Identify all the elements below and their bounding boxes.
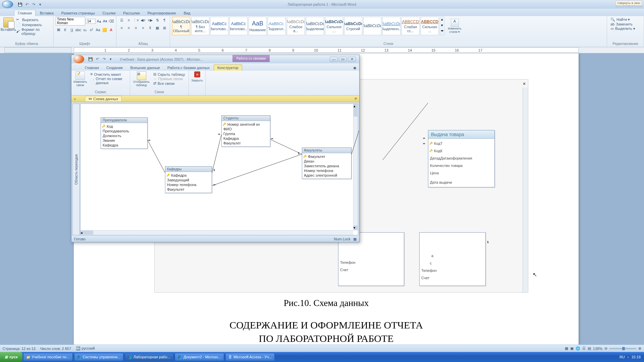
replace-button[interactable]: abЗаменить <box>610 22 640 26</box>
italic-icon[interactable]: К <box>62 26 68 33</box>
tab-refs[interactable]: Ссылки <box>99 10 119 16</box>
cut-button[interactable]: ✂Вырезать <box>16 17 50 22</box>
borders-icon[interactable]: ⊞ <box>161 24 168 31</box>
access-restore-button[interactable]: ▭ <box>339 57 347 62</box>
close-relations-button[interactable]: ✕ Закрыть <box>191 71 203 82</box>
multilevel-icon[interactable]: ⋮≡ <box>133 17 139 23</box>
status-page[interactable]: Страница: 12 из 13 <box>3 347 36 351</box>
tab-view[interactable]: Вид <box>180 10 194 16</box>
tab-home[interactable]: Главная <box>14 10 36 16</box>
schema-hscroll[interactable]: ◂ <box>80 230 353 235</box>
showmarks-icon[interactable]: ¶ <box>161 17 168 23</box>
taskbar-item-2[interactable]: 📘 Системы управлени... <box>74 353 123 361</box>
tab-layout[interactable]: Разметка страницы <box>58 10 98 16</box>
system-tray[interactable]: RU ‹ 15:18 <box>620 355 644 359</box>
show-table-button[interactable]: ⊞ Отобразить таблицу <box>132 71 151 87</box>
taskbar-item-4[interactable]: 📘 Документ2 - Microso... <box>175 353 224 361</box>
direct-rel-button[interactable]: ↔Прямые связи <box>153 77 185 81</box>
all-rel-button[interactable]: ⇄Все связи <box>153 81 185 85</box>
tab-insert[interactable]: Вставка <box>37 10 57 16</box>
taskbar-item-1[interactable]: 📁 Учебное пособие по... <box>23 353 73 361</box>
schema-tab-close-icon[interactable]: ✕ <box>352 97 359 101</box>
view-web-icon[interactable]: 🌐 <box>576 346 580 351</box>
edit-relations-button[interactable]: 📝 Изменить связи <box>73 71 87 87</box>
atab-design[interactable]: Конструктор <box>214 64 242 71</box>
undo-icon[interactable]: ↶ <box>24 1 30 7</box>
access-save-icon[interactable]: 💾 <box>88 56 94 62</box>
status-lang[interactable]: 🔤 русский <box>76 346 95 351</box>
bullets-icon[interactable]: ☰ <box>118 17 125 23</box>
zoom-value[interactable]: 138% <box>593 347 602 351</box>
change-styles-button[interactable]: A Изменить стили ▾ <box>445 17 464 35</box>
font-size-combo[interactable]: 14 <box>86 19 96 24</box>
strike-icon[interactable]: abc <box>75 26 82 33</box>
access-view-icon[interactable]: ▦ <box>353 237 357 241</box>
align-left-icon[interactable]: ≡ <box>118 24 125 31</box>
subscript-icon[interactable]: x₂ <box>82 26 88 33</box>
grow-font-icon[interactable]: A▴ <box>96 18 102 24</box>
shrink-font-icon[interactable]: A▾ <box>102 18 108 24</box>
view-draft-icon[interactable]: ▤ <box>588 346 591 351</box>
font-color-icon[interactable]: A <box>108 26 114 33</box>
find-button[interactable]: 🔍Найти ▾ <box>610 17 640 22</box>
view-outline-icon[interactable]: ☰ <box>582 346 586 351</box>
table-stud[interactable]: Студенты Номер зачетной кн ФИО Группа Ка… <box>221 115 270 147</box>
access-undo-icon[interactable]: ↶ <box>94 56 100 62</box>
align-center-icon[interactable]: ≡ <box>125 24 132 31</box>
bold-icon[interactable]: Ж <box>56 26 62 33</box>
zoom-in-icon[interactable]: ⊕ <box>638 346 641 351</box>
horizontal-ruler[interactable]: 1234567891011121314151617 <box>0 47 644 53</box>
indent-right-icon[interactable]: ≡▶ <box>147 17 153 23</box>
atab-home[interactable]: Главная <box>82 65 102 71</box>
table-fak[interactable]: Факультеты Факультет Декан Заместитель д… <box>302 147 352 179</box>
superscript-icon[interactable]: x² <box>89 26 95 33</box>
start-button[interactable]: ⊞пуск <box>0 352 22 362</box>
access-redo-icon[interactable]: ↷ <box>101 56 107 62</box>
redo-icon[interactable]: ↷ <box>31 1 37 7</box>
shading-icon[interactable]: ▦ <box>154 24 160 31</box>
access-minimize-button[interactable]: — <box>330 57 338 62</box>
schema-tab[interactable]: ⋈ Схема данных <box>85 96 122 102</box>
zoom-out-icon[interactable]: ⊖ <box>604 346 607 351</box>
schema-canvas[interactable]: ▴▾ ◂ Преподаватели Код Преподаватель Дол… <box>80 104 358 235</box>
underline-icon[interactable]: Ч <box>69 26 75 33</box>
sort-icon[interactable]: ⇅ <box>154 17 160 23</box>
zoom-slider[interactable] <box>609 348 636 349</box>
indent-left-icon[interactable]: ◀≡ <box>140 17 146 23</box>
font-name-combo[interactable]: Times New Roman <box>56 17 85 25</box>
highlight-icon[interactable]: 🟨 <box>102 26 108 33</box>
taskbar-item-5[interactable]: 🗄 Microsoft Access - Уч... <box>225 353 275 361</box>
minimize-ribbon-tip[interactable]: Свернуть в окно <box>616 1 642 5</box>
save-icon[interactable]: 💾 <box>17 1 23 7</box>
atab-create[interactable]: Создание <box>103 65 126 71</box>
clear-layout-button[interactable]: ✕Очистить макет <box>90 72 126 76</box>
access-qat-more-icon[interactable]: ▾ <box>108 56 114 62</box>
table-kaf[interactable]: Кафедры Кафедра Заведующий Номер телефон… <box>165 166 212 193</box>
align-justify-icon[interactable]: ≡ <box>140 24 146 31</box>
clear-format-icon[interactable]: ⌫ <box>109 18 114 24</box>
office-button[interactable] <box>2 1 13 8</box>
taskbar-item-3[interactable]: 📘 Лабораторная рабо... <box>125 353 173 361</box>
table-prep[interactable]: Преподаватели Код Преподаватель Должност… <box>101 117 148 149</box>
align-right-icon[interactable]: ≡ <box>133 24 139 31</box>
paste-button[interactable]: Вставить <box>2 17 15 36</box>
qat-more-icon[interactable]: ▾ <box>37 1 43 7</box>
status-words[interactable]: Число слов: 2 657 <box>40 347 71 351</box>
tab-mailings[interactable]: Рассылки <box>120 10 143 16</box>
copy-button[interactable]: 📄Копировать <box>16 22 50 27</box>
atab-external[interactable]: Внешние данные <box>127 65 163 71</box>
view-fullscreen-icon[interactable]: ▣ <box>570 346 574 351</box>
nav-expand-icon[interactable]: » <box>71 97 78 101</box>
linespacing-icon[interactable]: ⇕ <box>147 24 153 31</box>
schema-vscroll[interactable]: ▴▾ <box>353 104 358 230</box>
access-help-icon[interactable]: ◉ <box>351 65 359 71</box>
styles-gallery[interactable]: AaBbCcDd¶ Обычный AaBbCcDd¶ Без инте... … <box>172 17 605 35</box>
numbering-icon[interactable]: ≡ <box>125 17 132 23</box>
hide-table-button[interactable]: ⊟Скрыть таблицу <box>153 72 185 76</box>
relation-report-button[interactable]: 📄Отчет по схеме данных <box>90 77 126 85</box>
atab-dbtools[interactable]: Работа с базами данных <box>164 65 213 71</box>
change-case-icon[interactable]: Aa <box>95 26 101 33</box>
select-button[interactable]: ▭Выделить ▾ <box>610 26 640 31</box>
access-close-button[interactable]: ✕ <box>348 57 356 62</box>
navigation-pane[interactable]: Область переходов <box>72 104 80 235</box>
